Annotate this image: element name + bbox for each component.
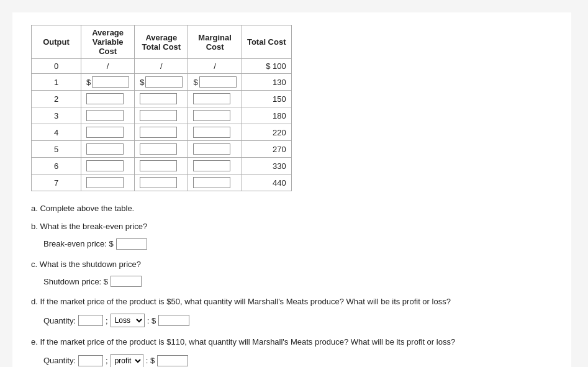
- avc-input-4[interactable]: [86, 127, 124, 138]
- table-row-avc-4: [81, 124, 135, 141]
- cost-table: Output AverageVariableCost AverageTotal …: [31, 25, 292, 191]
- avc-input-5[interactable]: [86, 143, 124, 155]
- table-row-avc-5: [81, 141, 135, 158]
- shutdown-answer-line: Shutdown price: $: [43, 276, 553, 287]
- e-quantity-input[interactable]: [78, 355, 103, 366]
- e-amount-input[interactable]: [157, 355, 188, 366]
- avc-input-1[interactable]: [92, 76, 129, 88]
- shutdown-label: Shutdown price: $: [43, 277, 108, 286]
- avc-input-2[interactable]: [86, 93, 124, 104]
- table-row-output-2: 2: [32, 91, 81, 107]
- e-quantity-label: Quantity:: [43, 356, 76, 365]
- table-row-atc-6: [135, 158, 188, 174]
- table-row-tc-6: 330: [242, 158, 291, 174]
- table-row-tc-3: 180: [242, 107, 291, 124]
- avc-input-6[interactable]: [86, 160, 124, 171]
- atc-input-1[interactable]: [145, 76, 183, 88]
- mc-input-7[interactable]: [193, 177, 230, 188]
- table-row-tc-5: 270: [242, 141, 291, 158]
- d-amount-input[interactable]: [158, 315, 189, 326]
- table-row-atc-3: [135, 107, 188, 124]
- page: Output AverageVariableCost AverageTotal …: [12, 12, 571, 367]
- table-row-output-6: 6: [32, 158, 81, 174]
- table-row-mc-4: [188, 124, 242, 141]
- breakeven-label: Break-even price: $: [43, 239, 114, 248]
- question-d-text: d. If the market price of the product is…: [31, 296, 553, 309]
- question-c-text: c. What is the shutdown price?: [31, 258, 553, 271]
- table-row-tc-4: 220: [242, 124, 291, 141]
- question-b-section: b. What is the break-even price? Break-e…: [31, 220, 553, 250]
- e-answer-line: Quantity: ; profitLoss : $: [43, 354, 553, 367]
- header-output: Output: [32, 25, 81, 59]
- table-row-atc-0: /: [135, 59, 188, 74]
- table-row-atc-2: [135, 91, 188, 107]
- d-profit-loss-select[interactable]: LossProfit: [111, 314, 145, 327]
- mc-input-5[interactable]: [193, 143, 230, 155]
- avc-input-3[interactable]: [86, 110, 124, 121]
- d-quantity-label: Quantity:: [43, 316, 76, 325]
- question-e-text: e. If the market price of the product is…: [31, 336, 553, 349]
- mc-input-3[interactable]: [193, 110, 230, 121]
- table-row-avc-0: /: [81, 59, 135, 74]
- breakeven-input[interactable]: [116, 238, 147, 250]
- table-row-mc-0: /: [188, 59, 242, 74]
- avc-input-7[interactable]: [86, 177, 124, 188]
- table-row-avc-7: [81, 174, 135, 191]
- atc-input-2[interactable]: [140, 93, 177, 104]
- question-e-section: e. If the market price of the product is…: [31, 336, 553, 367]
- question-b-text: b. What is the break-even price?: [31, 220, 553, 233]
- question-d-section: d. If the market price of the product is…: [31, 296, 553, 327]
- table-row-tc-1: 130: [242, 74, 291, 91]
- table-row-atc-7: [135, 174, 188, 191]
- atc-input-4[interactable]: [140, 127, 177, 138]
- table-row-mc-2: [188, 91, 242, 107]
- header-mc: MarginalCost: [188, 25, 242, 59]
- table-row-atc-5: [135, 141, 188, 158]
- header-tc: Total Cost: [242, 25, 291, 59]
- mc-input-4[interactable]: [193, 127, 230, 138]
- breakeven-answer-line: Break-even price: $: [43, 238, 553, 250]
- table-row-output-5: 5: [32, 141, 81, 158]
- table-row-output-4: 4: [32, 124, 81, 141]
- table-row-atc-1: $: [135, 74, 188, 91]
- d-quantity-input[interactable]: [78, 315, 103, 326]
- table-row-output-0: 0: [32, 59, 81, 74]
- table-row-output-7: 7: [32, 174, 81, 191]
- atc-input-7[interactable]: [140, 177, 177, 188]
- e-dollar-label: : $: [146, 356, 155, 365]
- table-row-avc-6: [81, 158, 135, 174]
- table-row-mc-1: $: [188, 74, 242, 91]
- mc-input-6[interactable]: [193, 160, 230, 171]
- e-semicolon: ;: [106, 356, 108, 365]
- e-profit-loss-select[interactable]: profitLoss: [111, 354, 143, 367]
- table-row-tc-0: $ 100: [242, 59, 291, 74]
- table-row-output-3: 3: [32, 107, 81, 124]
- table-row-atc-4: [135, 124, 188, 141]
- header-avc: AverageVariableCost: [81, 25, 135, 59]
- table-row-mc-6: [188, 158, 242, 174]
- shutdown-input[interactable]: [111, 276, 142, 287]
- d-dollar-label: : $: [147, 316, 156, 325]
- table-row-mc-7: [188, 174, 242, 191]
- table-row-tc-7: 440: [242, 174, 291, 191]
- table-row-output-1: 1: [32, 74, 81, 91]
- mc-input-1[interactable]: [199, 76, 237, 88]
- table-row-avc-1: $: [81, 74, 135, 91]
- table-row-avc-2: [81, 91, 135, 107]
- question-a: a. Complete above the table.: [31, 202, 553, 215]
- table-row-mc-3: [188, 107, 242, 124]
- d-semicolon: ;: [106, 316, 108, 325]
- mc-input-2[interactable]: [193, 93, 230, 104]
- question-c-section: c. What is the shutdown price? Shutdown …: [31, 258, 553, 288]
- atc-input-5[interactable]: [140, 143, 177, 155]
- atc-input-3[interactable]: [140, 110, 177, 121]
- header-atc: AverageTotal Cost: [135, 25, 188, 59]
- table-row-tc-2: 150: [242, 91, 291, 107]
- atc-input-6[interactable]: [140, 160, 177, 171]
- d-answer-line: Quantity: ; LossProfit : $: [43, 314, 553, 327]
- table-row-avc-3: [81, 107, 135, 124]
- table-row-mc-5: [188, 141, 242, 158]
